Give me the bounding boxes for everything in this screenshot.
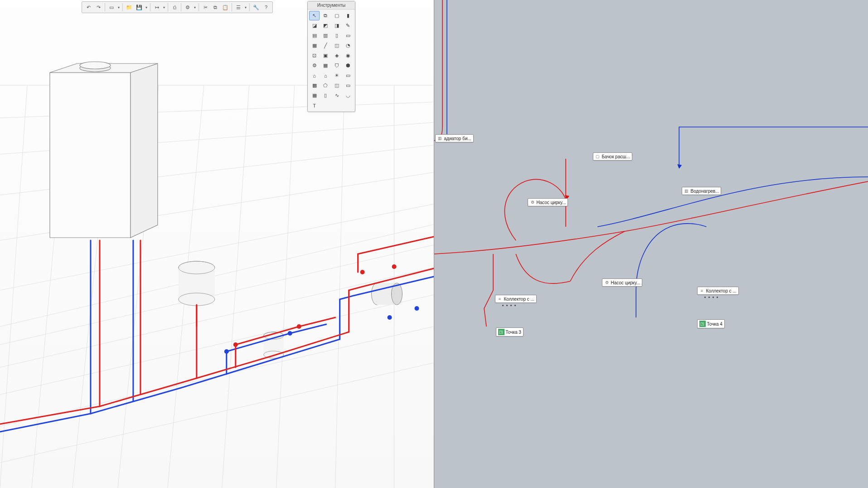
node-label: Точка 4 xyxy=(707,322,723,327)
doc-icon[interactable]: ▥ xyxy=(320,31,331,40)
node-expansion-tank[interactable]: ▢ Бачок расш... xyxy=(593,152,632,161)
node-point-4[interactable]: ◳ Точка 4 xyxy=(697,319,725,328)
save-icon[interactable]: 💾 xyxy=(135,3,144,12)
redo-icon[interactable]: ↷ xyxy=(94,3,103,12)
line-icon[interactable]: ╱ xyxy=(320,41,331,50)
manifold-icon: ≡ xyxy=(497,296,503,302)
paste-icon[interactable]: 📋 xyxy=(221,3,230,12)
node-point-3[interactable]: ◳ Точка 3 xyxy=(496,327,524,337)
node-radiator[interactable]: ▥ адиатор би... xyxy=(435,134,474,142)
page-icon[interactable]: ▯ xyxy=(332,31,342,40)
select-tool-icon[interactable]: ↖ xyxy=(309,11,320,20)
node2-icon[interactable]: ▣ xyxy=(320,51,331,60)
node-pump-2[interactable]: ⚙ Насос цирку... xyxy=(602,278,643,287)
copy-icon[interactable]: ⧉ xyxy=(211,3,220,12)
viewport-3d[interactable] xyxy=(0,0,434,488)
img-icon[interactable]: ▩ xyxy=(309,81,320,90)
eraser1-icon[interactable]: ◪ xyxy=(309,21,320,30)
svg-line-6 xyxy=(0,224,434,327)
node-label: Коллектор с ... xyxy=(504,297,534,302)
node-pump-1[interactable]: ⚙ Насос цирку... xyxy=(528,198,568,206)
rect-tool-icon[interactable]: ▢ xyxy=(332,11,342,20)
tools-panel[interactable]: Инструменты ↖⧉▢▮◪◩◨✎▤▥▯▭▦╱◫◔⊡▣◈◉⚙▦⛉⬢⌂⌂☀▭… xyxy=(307,1,355,112)
svg-line-17 xyxy=(222,85,249,488)
folder-icon[interactable]: 📁 xyxy=(125,3,134,12)
panel-icon[interactable]: ▯ xyxy=(320,91,331,100)
dropdown-caret-icon[interactable]: ▼ xyxy=(117,3,121,12)
dropdown-caret-icon[interactable]: ▼ xyxy=(162,3,166,12)
dropdown-caret-icon[interactable]: ▼ xyxy=(193,3,197,12)
svg-point-43 xyxy=(297,324,301,329)
chip-icon[interactable]: ▦ xyxy=(320,61,331,70)
svg-marker-22 xyxy=(131,63,158,238)
table-icon[interactable]: ▦ xyxy=(309,41,320,50)
layers-icon[interactable]: ☰ xyxy=(234,3,243,12)
boiler-3d xyxy=(50,62,158,238)
node-water-heater[interactable]: ▥ Водонагрев... xyxy=(682,187,722,195)
node-label: Насос цирку... xyxy=(611,280,640,285)
arc-icon[interactable]: ◡ xyxy=(343,91,353,100)
sheet-icon[interactable]: ▭ xyxy=(343,31,353,40)
card-icon[interactable]: ▭ xyxy=(343,81,353,90)
export-icon[interactable]: ↦ xyxy=(152,3,161,12)
node-label: Коллектор с ... xyxy=(706,288,737,293)
point-icon: ◳ xyxy=(498,329,504,335)
node-collector-1[interactable]: ≡ Коллектор с ... xyxy=(495,295,537,303)
cut-icon[interactable]: ✂ xyxy=(201,3,210,12)
box-icon[interactable]: ▭ xyxy=(107,3,116,12)
help-icon[interactable]: ? xyxy=(262,3,271,12)
grid-icon[interactable]: ▦ xyxy=(309,91,320,100)
viewport-2d[interactable]: ▥ адиатор би... ▢ Бачок расш... ▥ Водона… xyxy=(434,0,868,488)
sun-icon[interactable]: ☀ xyxy=(332,71,342,80)
column-tool-icon[interactable]: ▮ xyxy=(343,11,353,20)
undo-icon[interactable]: ↶ xyxy=(84,3,93,12)
node1-icon[interactable]: ⊡ xyxy=(309,51,320,60)
tools-panel-title: Инструменты xyxy=(308,1,355,10)
node-label: адиатор би... xyxy=(444,136,471,141)
eraser3-icon[interactable]: ◨ xyxy=(332,21,342,30)
panel-icon: ▥ xyxy=(684,188,689,194)
settings-gear-icon[interactable]: ⚙ xyxy=(183,3,192,12)
dropdown-caret-icon[interactable]: ▼ xyxy=(244,3,247,12)
node-label: Водонагрев... xyxy=(691,189,719,194)
node-label: Бачок расш... xyxy=(602,154,630,159)
dropdown-caret-icon[interactable]: ▼ xyxy=(145,3,148,12)
svg-point-42 xyxy=(233,342,238,347)
node4-icon[interactable]: ◉ xyxy=(343,51,353,60)
book-icon[interactable]: ▤ xyxy=(309,31,320,40)
text-tool-icon[interactable]: T xyxy=(309,101,320,110)
clip-icon[interactable]: ▭ xyxy=(343,71,353,80)
home2-icon[interactable]: ⌂ xyxy=(320,71,331,80)
svg-line-18 xyxy=(276,85,295,488)
point-icon: ◳ xyxy=(699,321,706,327)
obj2-icon[interactable]: ◔ xyxy=(343,41,353,50)
gear-icon: ⚙ xyxy=(530,200,535,205)
poly-icon[interactable]: ⬠ xyxy=(320,81,331,90)
curve-icon[interactable]: ∿ xyxy=(332,91,342,100)
svg-point-45 xyxy=(392,264,397,269)
gears-icon[interactable]: ⚙ xyxy=(309,61,320,70)
shield-icon[interactable]: ⛉ xyxy=(332,61,342,70)
svg-point-39 xyxy=(288,331,292,336)
svg-point-40 xyxy=(415,306,419,311)
eraser2-icon[interactable]: ◩ xyxy=(320,21,331,30)
svg-line-9 xyxy=(0,295,434,395)
drop-icon[interactable]: ⬢ xyxy=(343,61,353,70)
pencil-icon[interactable]: ✎ xyxy=(343,21,353,30)
svg-point-25 xyxy=(80,62,111,69)
node-collector-2[interactable]: ≡ Коллектор с ... xyxy=(697,287,739,295)
house-icon[interactable]: ⌂ xyxy=(309,71,320,80)
print-icon[interactable]: ⎙ xyxy=(170,3,179,12)
node-label: Точка 3 xyxy=(506,330,521,335)
svg-point-44 xyxy=(360,270,365,274)
gear-icon: ⚙ xyxy=(604,280,610,285)
wrench-icon[interactable]: 🔧 xyxy=(252,3,261,12)
svg-point-41 xyxy=(388,315,392,320)
cube-icon[interactable]: ◫ xyxy=(332,81,342,90)
svg-point-28 xyxy=(179,293,215,306)
svg-point-38 xyxy=(224,349,229,354)
svg-line-8 xyxy=(0,268,434,367)
obj1-icon[interactable]: ◫ xyxy=(332,41,342,50)
node3-icon[interactable]: ◈ xyxy=(332,51,342,60)
link-tool-icon[interactable]: ⧉ xyxy=(320,11,331,20)
